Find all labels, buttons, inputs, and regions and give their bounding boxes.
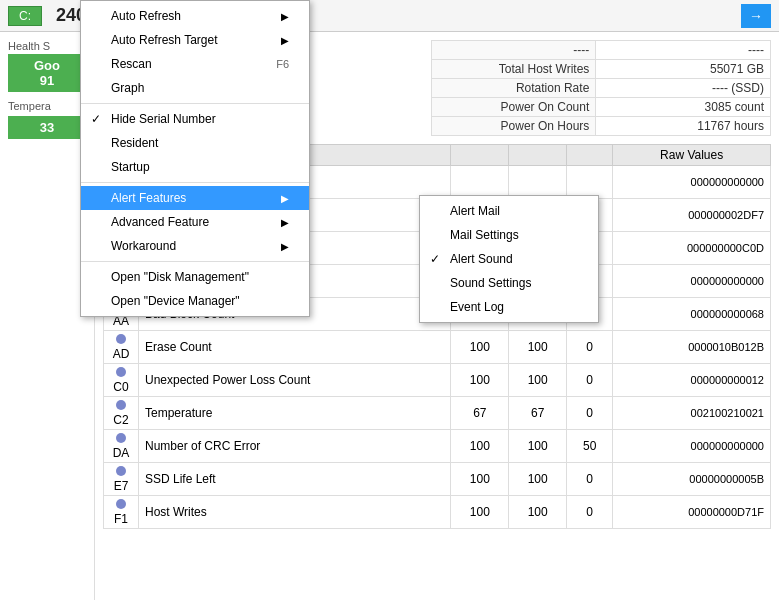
menu-startup[interactable]: Startup: [81, 155, 309, 179]
separator-3: [81, 261, 309, 262]
menu-rescan[interactable]: Rescan F6: [81, 52, 309, 76]
submenu-sound-settings[interactable]: Sound Settings: [420, 271, 598, 295]
menu-alert-features[interactable]: Alert Features ▶: [81, 186, 309, 210]
menu-resident[interactable]: Resident: [81, 131, 309, 155]
submenu-event-log[interactable]: Event Log: [420, 295, 598, 319]
menu-open-disk-management[interactable]: Open "Disk Management": [81, 265, 309, 289]
menu-auto-refresh[interactable]: Auto Refresh ▶: [81, 4, 309, 28]
separator-1: [81, 103, 309, 104]
menu-workaround[interactable]: Workaround ▶: [81, 234, 309, 258]
separator-2: [81, 182, 309, 183]
menu-open-device-manager[interactable]: Open "Device Manager": [81, 289, 309, 313]
submenu-alert-sound[interactable]: Alert Sound: [420, 247, 598, 271]
menu-auto-refresh-target[interactable]: Auto Refresh Target ▶: [81, 28, 309, 52]
submenu-alert-mail[interactable]: Alert Mail: [420, 199, 598, 223]
submenu-arrow: ▶: [281, 217, 289, 228]
submenu-arrow: ▶: [281, 241, 289, 252]
context-menu-overlay: Auto Refresh ▶ Auto Refresh Target ▶ Res…: [0, 0, 779, 600]
menu-graph[interactable]: Graph: [81, 76, 309, 100]
app-window: C: 240GNTD 240,0 GB → Health S Goo 91 Te…: [0, 0, 779, 600]
main-context-menu: Auto Refresh ▶ Auto Refresh Target ▶ Res…: [80, 0, 310, 317]
submenu-arrow: ▶: [281, 35, 289, 46]
alert-features-submenu: Alert Mail Mail Settings Alert Sound Sou…: [419, 195, 599, 323]
submenu-arrow: ▶: [281, 11, 289, 22]
menu-hide-serial[interactable]: Hide Serial Number: [81, 107, 309, 131]
menu-advanced-feature[interactable]: Advanced Feature ▶: [81, 210, 309, 234]
submenu-mail-settings[interactable]: Mail Settings: [420, 223, 598, 247]
submenu-arrow: ▶: [281, 193, 289, 204]
